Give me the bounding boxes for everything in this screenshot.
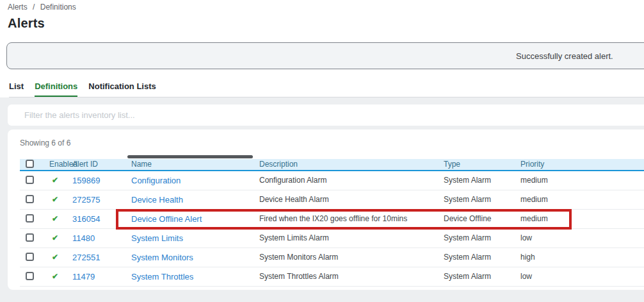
alert-type: System Alarm — [444, 267, 491, 286]
alert-description: Configuration Alarm — [259, 171, 326, 190]
column-header-description[interactable]: Description — [259, 159, 298, 170]
page-title: Alerts — [8, 16, 45, 31]
alert-name-link[interactable]: Configuration — [131, 171, 181, 190]
alert-priority: medium — [520, 210, 548, 228]
row-checkbox[interactable] — [26, 272, 34, 280]
table-row[interactable]: ✔ 11479 System Throttles System Throttle… — [20, 267, 644, 287]
success-banner-message: Successfully created alert. — [516, 51, 613, 61]
table-row[interactable]: ✔ 316054 Device Offline Alert Fired when… — [20, 210, 644, 229]
filter-input[interactable] — [8, 105, 644, 126]
alert-priority: medium — [520, 190, 548, 209]
alert-description: System Limits Alarm — [259, 229, 329, 247]
column-header-alert-id[interactable]: Alert ID — [72, 159, 98, 170]
alert-priority: low — [520, 229, 532, 247]
enabled-check-icon: ✔ — [52, 171, 58, 190]
enabled-check-icon: ✔ — [52, 210, 58, 228]
alerts-table-card: Showing 6 of 6 Enabled Alert ID Name Des… — [8, 130, 644, 290]
alert-name-link[interactable]: System Monitors — [131, 248, 193, 267]
tab-list[interactable]: List — [9, 81, 24, 97]
row-checkbox[interactable] — [26, 214, 34, 222]
breadcrumb: Alerts / Definitions — [8, 3, 76, 12]
alert-priority: low — [520, 267, 532, 286]
enabled-check-icon: ✔ — [52, 190, 58, 209]
alert-name-link[interactable]: Device Health — [131, 190, 183, 209]
enabled-check-icon: ✔ — [52, 267, 58, 286]
table-header-row: Enabled Alert ID Name Description Type P… — [20, 159, 644, 171]
alert-name-link[interactable]: System Throttles — [131, 267, 193, 286]
tab-notification-lists[interactable]: Notification Lists — [88, 81, 156, 97]
alert-priority: high — [520, 248, 535, 267]
breadcrumb-separator: / — [33, 3, 35, 12]
breadcrumb-alerts[interactable]: Alerts — [8, 3, 28, 12]
column-header-type[interactable]: Type — [444, 159, 460, 170]
alert-description: Fired when the IX20 goes offline for 10m… — [259, 210, 407, 228]
table-summary: Showing 6 of 6 — [20, 138, 70, 147]
alert-type: Device Offline — [444, 210, 491, 228]
alerts-table: Enabled Alert ID Name Description Type P… — [20, 159, 644, 287]
column-header-name[interactable]: Name — [131, 159, 152, 170]
alert-id-link[interactable]: 272551 — [72, 248, 100, 267]
alert-id-link[interactable]: 159869 — [72, 171, 100, 190]
table-row[interactable]: ✔ 272575 Device Health Device Health Ala… — [20, 190, 644, 210]
alert-id-link[interactable]: 272575 — [72, 190, 100, 209]
alert-description: System Monitors Alarm — [259, 248, 338, 267]
row-checkbox[interactable] — [26, 176, 34, 184]
enabled-check-icon: ✔ — [52, 248, 58, 267]
alert-type: System Alarm — [444, 229, 491, 247]
alert-type: System Alarm — [444, 190, 491, 209]
alerts-page: Alerts / Definitions Alerts Successfully… — [0, 0, 644, 302]
alert-id-link[interactable]: 11480 — [72, 229, 95, 247]
alert-id-link[interactable]: 11479 — [72, 267, 95, 286]
alert-id-link[interactable]: 316054 — [72, 210, 100, 228]
table-row[interactable]: ✔ 11480 System Limits System Limits Alar… — [20, 229, 644, 248]
row-checkbox[interactable] — [26, 195, 34, 203]
table-row[interactable]: ✔ 159869 Configuration Configuration Ala… — [20, 171, 644, 190]
alert-priority: medium — [520, 171, 548, 190]
row-checkbox[interactable] — [26, 233, 34, 242]
select-all-checkbox[interactable] — [26, 160, 34, 168]
alert-name-link[interactable]: Device Offline Alert — [131, 210, 202, 228]
filter-container — [8, 105, 644, 126]
horizontal-scrollbar-thumb[interactable] — [127, 155, 253, 158]
alert-type: System Alarm — [444, 248, 491, 267]
success-banner: Successfully created alert. — [6, 42, 644, 69]
tab-definitions[interactable]: Definitions — [35, 81, 77, 97]
alert-type: System Alarm — [444, 171, 491, 190]
alert-description: System Throttles Alarm — [259, 267, 339, 286]
alert-name-link[interactable]: System Limits — [131, 229, 183, 247]
tab-bar: List Definitions Notification Lists — [9, 81, 156, 97]
alert-description: Device Health Alarm — [259, 190, 329, 209]
row-checkbox[interactable] — [26, 253, 34, 261]
table-row[interactable]: ✔ 272551 System Monitors System Monitors… — [20, 248, 644, 267]
enabled-check-icon: ✔ — [52, 229, 58, 247]
breadcrumb-definitions[interactable]: Definitions — [40, 3, 76, 12]
column-header-priority[interactable]: Priority — [520, 159, 544, 170]
table-body: ✔ 159869 Configuration Configuration Ala… — [20, 171, 644, 287]
